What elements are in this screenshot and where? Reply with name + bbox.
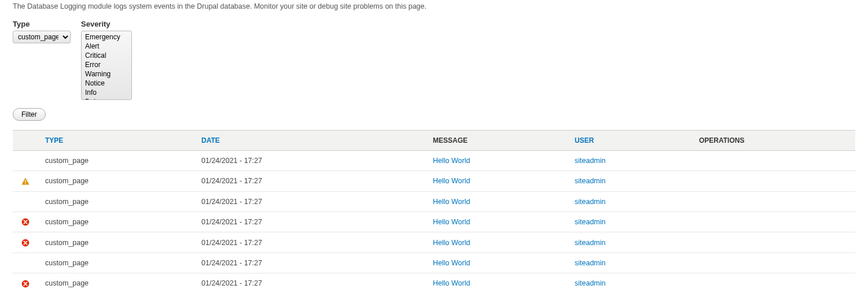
- cell-type: custom_page: [38, 253, 194, 273]
- message-link[interactable]: Hello World: [433, 177, 470, 185]
- cell-operations: [692, 212, 855, 232]
- cell-date: 01/24/2021 - 17:27: [194, 212, 426, 232]
- error-icon: [21, 280, 30, 288]
- cell-type: custom_page: [38, 273, 194, 289]
- table-row: custom_page01/24/2021 - 17:27Hello World…: [13, 273, 855, 289]
- filter-severity-select[interactable]: EmergencyAlertCriticalErrorWarningNotice…: [81, 31, 132, 100]
- filter-type-select[interactable]: custom_page: [13, 31, 71, 43]
- table-row: custom_page01/24/2021 - 17:27Hello World…: [13, 232, 855, 253]
- cell-type: custom_page: [38, 212, 194, 232]
- cell-date: 01/24/2021 - 17:27: [194, 191, 426, 212]
- cell-user: siteadmin: [568, 273, 692, 289]
- cell-date: 01/24/2021 - 17:27: [194, 171, 426, 192]
- cell-message: Hello World: [426, 212, 568, 232]
- cell-severity-icon: [13, 253, 38, 273]
- header-operations: OPERATIONS: [692, 131, 855, 151]
- header-date: DATE: [194, 131, 426, 151]
- cell-message: Hello World: [426, 253, 568, 273]
- cell-message: Hello World: [426, 151, 568, 171]
- message-link[interactable]: Hello World: [433, 239, 470, 247]
- cell-severity-icon: [13, 232, 38, 253]
- user-link[interactable]: siteadmin: [575, 239, 606, 247]
- table-row: custom_page01/24/2021 - 17:27Hello World…: [13, 171, 855, 192]
- header-message: MESSAGE: [426, 131, 568, 151]
- page-description: The Database Logging module logs system …: [13, 2, 855, 10]
- cell-severity-icon: [13, 151, 38, 171]
- cell-severity-icon: [13, 191, 38, 212]
- message-link[interactable]: Hello World: [433, 279, 470, 287]
- cell-message: Hello World: [426, 171, 568, 192]
- cell-date: 01/24/2021 - 17:27: [194, 273, 426, 289]
- cell-type: custom_page: [38, 232, 194, 253]
- cell-operations: [692, 191, 855, 212]
- cell-operations: [692, 273, 855, 289]
- message-link[interactable]: Hello World: [433, 157, 470, 165]
- cell-operations: [692, 232, 855, 253]
- log-table: TYPE DATE MESSAGE USER OPERATIONS custom…: [13, 130, 855, 289]
- log-table-header-row: TYPE DATE MESSAGE USER OPERATIONS: [13, 131, 855, 151]
- user-link[interactable]: siteadmin: [575, 218, 606, 226]
- cell-severity-icon: [13, 273, 38, 289]
- cell-operations: [692, 171, 855, 192]
- filters-row: Type custom_page Severity EmergencyAlert…: [13, 20, 855, 100]
- cell-user: siteadmin: [568, 212, 692, 232]
- message-link[interactable]: Hello World: [433, 259, 470, 267]
- table-row: custom_page01/24/2021 - 17:27Hello World…: [13, 253, 855, 273]
- user-link[interactable]: siteadmin: [575, 279, 606, 287]
- table-row: custom_page01/24/2021 - 17:27Hello World…: [13, 191, 855, 212]
- error-icon: [21, 218, 30, 226]
- table-row: custom_page01/24/2021 - 17:27Hello World…: [13, 151, 855, 171]
- user-link[interactable]: siteadmin: [575, 259, 606, 267]
- filter-type-group: Type custom_page: [13, 20, 71, 43]
- user-link[interactable]: siteadmin: [575, 177, 606, 185]
- filter-type-label: Type: [13, 20, 71, 28]
- cell-message: Hello World: [426, 232, 568, 253]
- cell-operations: [692, 151, 855, 171]
- error-icon: [21, 239, 30, 247]
- filter-button-row: Filter: [13, 108, 855, 121]
- cell-date: 01/24/2021 - 17:27: [194, 232, 426, 253]
- warning-icon: [21, 177, 30, 186]
- cell-operations: [692, 253, 855, 273]
- cell-user: siteadmin: [568, 253, 692, 273]
- cell-type: custom_page: [38, 151, 194, 171]
- cell-severity-icon: [13, 212, 38, 232]
- filter-button[interactable]: Filter: [13, 108, 46, 121]
- cell-date: 01/24/2021 - 17:27: [194, 151, 426, 171]
- header-user: USER: [568, 131, 692, 151]
- cell-user: siteadmin: [568, 151, 692, 171]
- header-icon: [13, 131, 38, 151]
- user-link[interactable]: siteadmin: [575, 198, 606, 206]
- table-row: custom_page01/24/2021 - 17:27Hello World…: [13, 212, 855, 232]
- user-link[interactable]: siteadmin: [575, 157, 606, 165]
- filter-severity-label: Severity: [81, 20, 132, 28]
- message-link[interactable]: Hello World: [433, 198, 470, 206]
- cell-message: Hello World: [426, 273, 568, 289]
- sort-date-link[interactable]: DATE: [201, 136, 220, 144]
- cell-user: siteadmin: [568, 191, 692, 212]
- header-type: TYPE: [38, 131, 194, 151]
- message-link[interactable]: Hello World: [433, 218, 470, 226]
- cell-date: 01/24/2021 - 17:27: [194, 253, 426, 273]
- svg-rect-1: [25, 183, 25, 183]
- sort-user-link[interactable]: USER: [575, 136, 594, 144]
- filter-severity-group: Severity EmergencyAlertCriticalErrorWarn…: [81, 20, 132, 100]
- cell-type: custom_page: [38, 191, 194, 212]
- cell-user: siteadmin: [568, 232, 692, 253]
- sort-type-link[interactable]: TYPE: [45, 136, 63, 144]
- cell-type: custom_page: [38, 171, 194, 192]
- cell-message: Hello World: [426, 191, 568, 212]
- cell-user: siteadmin: [568, 171, 692, 192]
- cell-severity-icon: [13, 171, 38, 192]
- svg-rect-0: [25, 180, 25, 182]
